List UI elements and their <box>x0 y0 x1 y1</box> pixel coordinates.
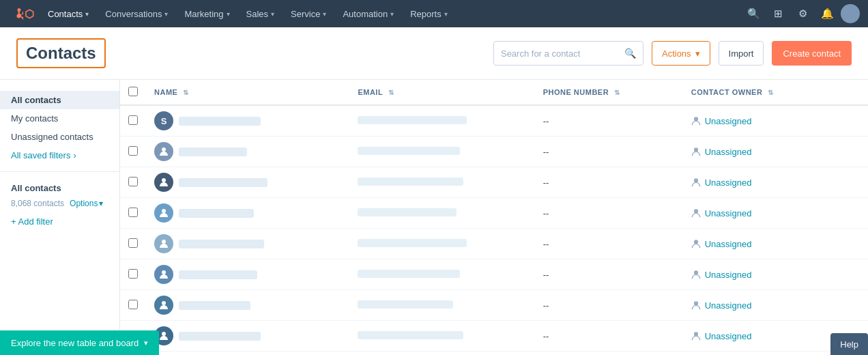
owner-person-icon <box>691 147 701 156</box>
nav-sales[interactable]: Sales ▾ <box>238 0 283 27</box>
row-checkbox[interactable] <box>128 238 138 248</box>
help-button[interactable]: Help <box>830 333 868 355</box>
explore-banner[interactable]: Explore the new table and board ▾ <box>0 330 159 355</box>
banner-chevron-icon: ▾ <box>144 339 148 347</box>
user-avatar[interactable] <box>841 4 860 23</box>
contact-name-cell <box>146 198 349 229</box>
nav-contacts[interactable]: Contacts ▾ <box>40 0 97 27</box>
search-input[interactable] <box>501 48 619 59</box>
table-row: -- Unassigned <box>120 137 868 167</box>
contact-name-cell <box>146 167 349 198</box>
create-contact-button[interactable]: Create contact <box>772 41 852 66</box>
contact-email-cell <box>349 167 534 198</box>
row-checkbox[interactable] <box>128 208 138 217</box>
row-checkbox[interactable] <box>128 269 138 279</box>
sidebar-divider <box>0 171 119 172</box>
notifications-icon[interactable]: 🔔 <box>816 3 838 25</box>
all-saved-filters-link[interactable]: All saved filters › <box>0 146 119 165</box>
svg-point-12 <box>694 301 698 305</box>
contact-search-bar[interactable]: 🔍 <box>493 41 643 66</box>
table-header-row: NAME ⇅ EMAIL ⇅ PHONE NUMBER ⇅ CONTACT OW… <box>120 80 868 105</box>
nav-automation[interactable]: Automation ▾ <box>334 0 402 27</box>
contact-email-cell <box>349 352 534 356</box>
contact-email-blurred <box>358 116 467 124</box>
owner-name: Unassigned <box>705 270 752 280</box>
contact-email-blurred <box>358 239 467 247</box>
contact-email-cell <box>349 290 534 321</box>
contact-owner-cell: Unassigned <box>683 198 868 229</box>
phone-col-header[interactable]: PHONE NUMBER ⇅ <box>535 80 683 105</box>
svg-point-0 <box>694 117 698 121</box>
row-checkbox[interactable] <box>128 146 138 156</box>
actions-chevron-icon: ▾ <box>695 48 700 59</box>
sidebar-section-all-contacts: All contacts <box>0 179 119 197</box>
owner-person-icon <box>691 178 701 187</box>
owner-person-icon <box>691 300 701 310</box>
search-icon: 🔍 <box>624 48 636 59</box>
search-nav-icon[interactable]: 🔍 <box>742 3 764 25</box>
sidebar-item-unassigned-contacts[interactable]: Unassigned contacts <box>0 128 119 146</box>
contact-phone-cell: -- <box>535 290 683 321</box>
owner-name: Unassigned <box>705 116 752 126</box>
svg-point-8 <box>694 240 698 244</box>
svg-point-14 <box>694 332 698 336</box>
owner-sort-icon: ⇅ <box>768 89 774 96</box>
email-sort-icon: ⇅ <box>388 89 394 96</box>
contact-avatar <box>154 142 173 161</box>
owner-name: Unassigned <box>705 239 752 249</box>
row-checkbox[interactable] <box>128 115 138 125</box>
table-row: S -- Unassigned <box>120 105 868 137</box>
nav-conversations[interactable]: Conversations ▾ <box>97 0 176 27</box>
contact-phone-cell: -- <box>535 259 683 290</box>
email-col-header[interactable]: EMAIL ⇅ <box>349 80 534 105</box>
nav-reports[interactable]: Reports ▾ <box>402 0 456 27</box>
row-checkbox[interactable] <box>128 300 138 309</box>
contact-owner-cell: Unassigned <box>683 290 868 321</box>
contact-name-cell <box>146 137 349 167</box>
sidebar: All contacts My contacts Unassigned cont… <box>0 80 120 355</box>
table-row: -- Unassigned <box>120 290 868 321</box>
contacts-count-row: 8,068 contacts Options ▾ <box>0 197 119 212</box>
contact-name-blurred <box>179 209 254 218</box>
contact-owner-cell: Unassigned <box>683 167 868 198</box>
hubspot-logo[interactable]: ⬡ <box>8 8 34 20</box>
settings-icon[interactable]: ⚙ <box>792 3 813 25</box>
contact-email-blurred <box>358 300 453 309</box>
contact-name-cell <box>146 321 349 352</box>
nav-marketing[interactable]: Marketing ▾ <box>176 0 237 27</box>
owner-name: Unassigned <box>705 208 752 218</box>
row-checkbox[interactable] <box>128 177 138 186</box>
import-button[interactable]: Import <box>719 41 764 66</box>
phone-sort-icon: ⇅ <box>614 89 620 96</box>
row-checkbox-cell <box>120 105 146 137</box>
owner-person-icon <box>691 270 701 279</box>
contact-name-blurred <box>179 270 257 279</box>
row-checkbox-cell <box>120 259 146 290</box>
contacts-table: NAME ⇅ EMAIL ⇅ PHONE NUMBER ⇅ CONTACT OW… <box>120 80 868 355</box>
sidebar-item-my-contacts[interactable]: My contacts <box>0 109 119 128</box>
sidebar-item-all-contacts[interactable]: All contacts <box>0 91 119 109</box>
svg-point-9 <box>162 270 166 274</box>
table-row: -- Unassigned <box>120 352 868 356</box>
contacts-tbody: S -- Unassigned <box>120 105 868 355</box>
nav-service[interactable]: Service ▾ <box>283 0 334 27</box>
owner-col-header[interactable]: CONTACT OWNER ⇅ <box>683 80 868 105</box>
contact-name-blurred <box>179 301 250 310</box>
row-checkbox-cell <box>120 290 146 321</box>
contact-name-blurred <box>179 240 264 248</box>
owner-person-icon <box>691 116 701 126</box>
contact-name-blurred <box>179 178 267 187</box>
name-col-header[interactable]: NAME ⇅ <box>146 80 349 105</box>
select-all-checkbox[interactable] <box>128 87 138 96</box>
contact-owner-cell: Unassigned <box>683 137 868 167</box>
contact-phone-cell: -- <box>535 352 683 356</box>
contact-name-cell <box>146 259 349 290</box>
contact-avatar <box>154 203 173 223</box>
table-row: -- Unassigned <box>120 229 868 259</box>
actions-button[interactable]: Actions ▾ <box>652 41 710 66</box>
add-filter-button[interactable]: + Add filter <box>0 212 119 231</box>
contact-name-cell <box>146 290 349 321</box>
contact-owner-cell: Unassigned <box>683 105 868 137</box>
options-button[interactable]: Options ▾ <box>70 199 103 208</box>
marketplace-icon[interactable]: ⊞ <box>767 3 789 25</box>
